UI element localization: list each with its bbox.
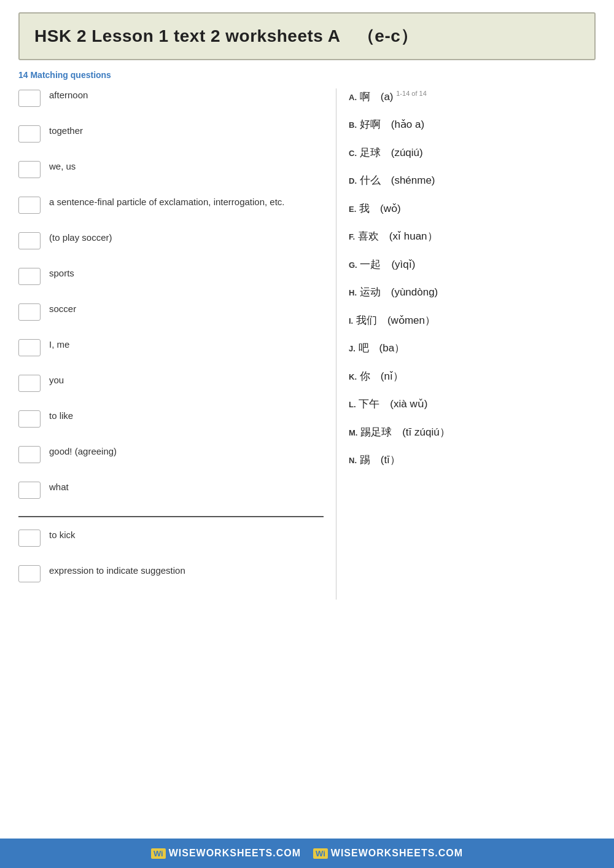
page-title: HSK 2 Lesson 1 text 2 worksheets A （e-c） xyxy=(34,25,580,48)
questions-top: afternoontogetherwe, usa sentence-final … xyxy=(18,88,324,502)
questions-column: afternoontogetherwe, usa sentence-final … xyxy=(18,88,336,600)
footer: Wi WISEWORKSHEETS.COM Wi WISEWORKSHEETS.… xyxy=(0,839,614,868)
question-text: sports xyxy=(49,267,74,280)
answer-item: i. 我们 (wǒmen） xyxy=(349,313,596,329)
question-text: expression to indicate suggestion xyxy=(49,564,185,577)
question-text: to like xyxy=(49,409,73,422)
question-item: what xyxy=(18,480,324,502)
answers-list: a. 啊 (a) 1-14 of 14b. 好啊 (hǎo a)c. 足球 (z… xyxy=(349,88,596,468)
answer-item: m. 踢足球 (tī zúqiú） xyxy=(349,424,596,440)
answer-content: j. 吧 (ba） xyxy=(349,340,596,356)
answer-content: n. 踢 (tī） xyxy=(349,452,596,468)
question-text: I, me xyxy=(49,338,69,351)
questions-bottom: to kickexpression to indicate suggestion xyxy=(18,528,324,586)
answer-box[interactable] xyxy=(18,565,41,582)
answer-item: g. 一起 (yìqǐ) xyxy=(349,257,596,273)
question-text: afternoon xyxy=(49,88,88,101)
answer-content: d. 什么 (shénme) xyxy=(349,173,596,189)
answer-box[interactable] xyxy=(18,232,41,249)
answer-item: k. 你 (nǐ） xyxy=(349,369,596,385)
answer-letter: k. xyxy=(349,372,357,381)
question-item: expression to indicate suggestion xyxy=(18,564,324,586)
answer-letter: l. xyxy=(349,400,356,409)
answer-letter: h. xyxy=(349,288,357,297)
footer-logo-box-right: Wi xyxy=(313,848,328,859)
question-item: sports xyxy=(18,267,324,289)
question-text: a sentence-final particle of exclamation… xyxy=(49,195,285,208)
question-item: to like xyxy=(18,409,324,431)
footer-domain-right: WISEWORKSHEETS.COM xyxy=(331,848,463,859)
answer-content: a. 啊 (a) 1-14 of 14 xyxy=(349,88,596,104)
answer-content: g. 一起 (yìqǐ) xyxy=(349,257,596,273)
answer-content: b. 好啊 (hǎo a) xyxy=(349,117,596,133)
footer-left: Wi WISEWORKSHEETS.COM xyxy=(151,848,301,859)
answer-letter: m. xyxy=(349,428,357,437)
answer-letter: j. xyxy=(349,344,356,353)
footer-logo-left: Wi xyxy=(151,848,166,859)
question-item: we, us xyxy=(18,160,324,182)
question-item: to kick xyxy=(18,528,324,550)
question-text: what xyxy=(49,480,69,493)
question-text: soccer xyxy=(49,302,76,315)
answer-letter: d. xyxy=(349,176,357,186)
question-item: soccer xyxy=(18,302,324,324)
question-item: (to play soccer) xyxy=(18,231,324,253)
question-item: good! (agreeing) xyxy=(18,445,324,467)
answer-box[interactable] xyxy=(18,303,41,321)
answer-box[interactable] xyxy=(18,339,41,356)
footer-logo-box-left: Wi xyxy=(151,848,166,859)
answer-letter: a. xyxy=(349,93,357,102)
answer-box[interactable] xyxy=(18,161,41,178)
answer-box[interactable] xyxy=(18,268,41,285)
answer-box[interactable] xyxy=(18,197,41,214)
answer-letter: n. xyxy=(349,456,357,465)
answer-box[interactable] xyxy=(18,410,41,428)
answer-item: a. 啊 (a) 1-14 of 14 xyxy=(349,88,596,104)
footer-domain-left: WISEWORKSHEETS.COM xyxy=(169,848,301,859)
question-text: to kick xyxy=(49,528,76,541)
question-text: (to play soccer) xyxy=(49,231,112,244)
answer-item: c. 足球 (zúqiú) xyxy=(349,145,596,161)
title-bar: HSK 2 Lesson 1 text 2 worksheets A （e-c） xyxy=(18,12,596,60)
answer-item: b. 好啊 (hǎo a) xyxy=(349,117,596,133)
footer-right: Wi WISEWORKSHEETS.COM xyxy=(313,848,463,859)
answer-content: i. 我们 (wǒmen） xyxy=(349,313,596,329)
question-text: together xyxy=(49,124,83,137)
question-text: you xyxy=(49,373,64,386)
answer-box[interactable] xyxy=(18,375,41,392)
answer-letter: i. xyxy=(349,316,353,326)
answer-item: j. 吧 (ba） xyxy=(349,340,596,356)
answer-content: m. 踢足球 (tī zúqiú） xyxy=(349,424,596,440)
divider xyxy=(18,516,324,517)
answer-content: f. 喜欢 (xǐ huan） xyxy=(349,229,596,244)
page-wrapper: HSK 2 Lesson 1 text 2 worksheets A （e-c）… xyxy=(0,0,614,636)
footer-logo-right: Wi xyxy=(313,848,328,859)
answer-item: e. 我 (wǒ) xyxy=(349,201,596,217)
answer-box[interactable] xyxy=(18,125,41,143)
answer-content: l. 下午 (xià wǔ) xyxy=(349,396,596,412)
answer-box[interactable] xyxy=(18,530,41,547)
answer-item: d. 什么 (shénme) xyxy=(349,173,596,189)
subtitle: 14 Matching questions xyxy=(18,70,596,80)
answer-content: k. 你 (nǐ） xyxy=(349,369,596,385)
question-item: a sentence-final particle of exclamation… xyxy=(18,195,324,217)
content-area: afternoontogetherwe, usa sentence-final … xyxy=(18,88,596,600)
question-item: together xyxy=(18,124,324,146)
answer-box[interactable] xyxy=(18,90,41,107)
answer-box[interactable] xyxy=(18,446,41,463)
answer-box[interactable] xyxy=(18,482,41,499)
answer-letter: g. xyxy=(349,260,357,270)
answer-item: h. 运动 (yùndòng) xyxy=(349,284,596,300)
question-text: we, us xyxy=(49,160,76,173)
question-item: I, me xyxy=(18,338,324,360)
answer-content: h. 运动 (yùndòng) xyxy=(349,284,596,300)
question-item: afternoon xyxy=(18,88,324,111)
answer-letter: f. xyxy=(349,232,355,241)
answer-content: e. 我 (wǒ) xyxy=(349,201,596,217)
answer-item: n. 踢 (tī） xyxy=(349,452,596,468)
answer-item: f. 喜欢 (xǐ huan） xyxy=(349,229,596,244)
question-item: you xyxy=(18,373,324,396)
page-range: 1-14 of 14 xyxy=(396,90,427,97)
question-text: good! (agreeing) xyxy=(49,445,117,458)
answer-letter: c. xyxy=(349,149,357,158)
